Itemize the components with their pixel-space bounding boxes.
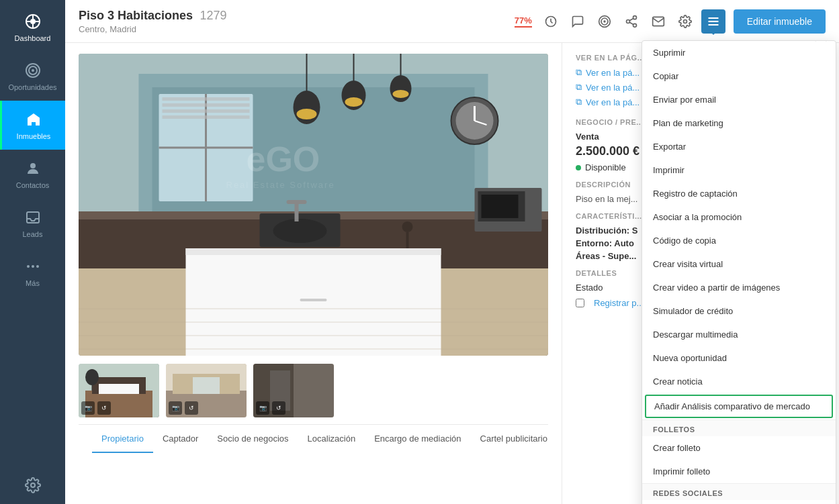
- progress-label: 77%: [515, 15, 532, 28]
- page-link-1-text: Ver en la pá...: [586, 68, 639, 78]
- thumb-rotate-icon: ↺: [97, 401, 111, 415]
- dropdown-section-folletos: FOLLETOS: [642, 419, 836, 436]
- svg-point-55: [273, 219, 327, 243]
- thumb-3-rotate-icon: ↺: [272, 401, 285, 415]
- svg-point-1: [30, 19, 36, 24]
- tab-captador[interactable]: Captador: [153, 425, 208, 453]
- thumb-camera-icon: 📷: [81, 401, 95, 415]
- dropdown-item-crear-visita[interactable]: Crear visita virtual: [642, 252, 836, 276]
- edit-property-button[interactable]: Editar inmueble: [734, 9, 826, 34]
- registrar-link[interactable]: Registrar p...: [594, 298, 644, 308]
- dropdown-item-imprimir-folleto[interactable]: Imprimir folleto: [642, 460, 836, 483]
- sidebar-item-settings[interactable]: [0, 466, 65, 504]
- dropdown-item-descargar[interactable]: Descargar multimedia: [642, 323, 836, 346]
- svg-point-44: [345, 97, 363, 107]
- sidebar-label-dashboard: Dashboard: [15, 34, 51, 42]
- dropdown-item-registro[interactable]: Registro de captación: [642, 182, 836, 205]
- dropdown-item-crear-folleto[interactable]: Crear folleto: [642, 436, 836, 460]
- person-icon: [24, 159, 42, 178]
- svg-point-19: [633, 15, 636, 19]
- topbar-title-section: Piso 3 Habitaciones 1279 Centro, Madrid: [79, 9, 515, 34]
- svg-point-13: [36, 265, 39, 268]
- topbar: Piso 3 Habitaciones 1279 Centro, Madrid …: [65, 0, 839, 43]
- property-location: Centro, Madrid: [79, 24, 515, 34]
- dropdown-item-copiar[interactable]: Copiar: [642, 64, 836, 88]
- svg-point-11: [27, 265, 30, 268]
- tab-cartel[interactable]: Cartel publicitario: [471, 425, 548, 453]
- svg-rect-81: [193, 377, 220, 394]
- svg-rect-75: [99, 384, 139, 394]
- dropdown-item-simulador[interactable]: Simulador de crédito: [642, 299, 836, 323]
- gear-icon: [24, 476, 42, 495]
- svg-point-8: [32, 69, 34, 72]
- svg-point-41: [297, 109, 317, 119]
- svg-point-47: [393, 90, 409, 98]
- svg-rect-38: [163, 115, 250, 119]
- svg-point-21: [633, 23, 636, 27]
- dropdown-item-whatsapp[interactable]: Compartir en WhatsApp: [642, 500, 836, 504]
- tab-propietario[interactable]: Propietario: [92, 425, 153, 453]
- dropdown-item-exportar[interactable]: Exportar: [642, 135, 836, 158]
- dropdown-section-redes: REDES SOCIALES: [642, 483, 836, 500]
- svg-rect-60: [300, 299, 327, 301]
- home-icon: [24, 110, 43, 129]
- dropdown-item-nueva-op[interactable]: Nueva oportunidad: [642, 346, 836, 370]
- entorno-label: Entorno: Auto: [576, 238, 634, 248]
- sidebar-label-contactos: Contactos: [16, 181, 50, 189]
- sidebar-label-leads: Leads: [23, 230, 43, 238]
- svg-point-18: [603, 20, 605, 22]
- email-icon-btn[interactable]: [648, 11, 669, 32]
- thumbnails-row: 📷 ↺ 📷 ↺: [79, 364, 548, 417]
- dropdown-item-imprimir[interactable]: Imprimir: [642, 158, 836, 182]
- dropdown-item-suprimir[interactable]: Suprimir: [642, 41, 836, 64]
- sidebar-item-oportunidades[interactable]: Oportunidades: [0, 52, 65, 101]
- timer-icon-btn[interactable]: [540, 11, 562, 32]
- sidebar-item-contactos[interactable]: Contactos: [0, 150, 65, 199]
- tab-encargo[interactable]: Encargo de mediación: [365, 425, 470, 453]
- chat-icon-btn[interactable]: [567, 11, 588, 32]
- registrar-checkbox[interactable]: [576, 299, 584, 307]
- svg-rect-56: [295, 201, 299, 221]
- dropdown-item-crear-noticia[interactable]: Crear noticia: [642, 370, 836, 393]
- target2-icon-btn[interactable]: [594, 11, 615, 32]
- share-icon-btn[interactable]: [621, 11, 642, 32]
- dots-icon: [24, 257, 42, 276]
- property-id: 1279: [200, 9, 227, 22]
- inbox-icon: [24, 208, 42, 227]
- settings-icon-btn[interactable]: [674, 11, 696, 32]
- tab-socio[interactable]: Socio de negocios: [208, 425, 298, 453]
- svg-point-24: [683, 19, 687, 23]
- dropdown-item-asociar[interactable]: Asociar a la promoción: [642, 205, 836, 229]
- thumb-2-rotate-icon: ↺: [185, 401, 198, 415]
- sidebar-item-dashboard[interactable]: Dashboard: [0, 0, 65, 52]
- left-panel: eGO Real Estate Software: [65, 43, 562, 504]
- sidebar-item-leads[interactable]: Leads: [0, 199, 65, 248]
- tab-localizacion[interactable]: Localización: [298, 425, 365, 453]
- sidebar-item-inmuebles[interactable]: Inmuebles: [0, 101, 65, 150]
- thumb-3-icons: 📷 ↺: [256, 401, 285, 415]
- thumbnail-3[interactable]: 📷 ↺: [253, 364, 334, 417]
- status-dot: [576, 165, 581, 170]
- svg-point-9: [30, 163, 36, 168]
- dropdown-item-codigo[interactable]: Código de copia: [642, 229, 836, 252]
- dashboard-icon: [24, 12, 42, 31]
- page-link-2-text: Ver en la pá...: [586, 83, 639, 93]
- main-property-image[interactable]: eGO Real Estate Software: [79, 54, 548, 356]
- topbar-actions: 77% Editar i: [515, 9, 826, 34]
- dropdown-item-anadir-acm[interactable]: Añadir Análisis comparativo de mercado: [645, 395, 833, 418]
- svg-text:Real Estate Software: Real Estate Software: [226, 180, 335, 190]
- property-title: Piso 3 Habitaciones: [79, 9, 193, 22]
- thumb-1-icons: 📷 ↺: [81, 401, 111, 415]
- svg-rect-57: [287, 200, 307, 204]
- thumbnail-2[interactable]: 📷 ↺: [166, 364, 247, 417]
- thumbnail-1[interactable]: 📷 ↺: [79, 364, 159, 417]
- svg-point-14: [31, 483, 35, 487]
- sidebar-label-mas: Más: [26, 279, 40, 287]
- distribucion-label: Distribución: S: [576, 225, 637, 236]
- more-menu-button[interactable]: [701, 9, 725, 34]
- dropdown-item-plan[interactable]: Plan de marketing: [642, 111, 836, 135]
- sidebar-item-mas[interactable]: Más: [0, 248, 65, 297]
- bottom-tabs: Propietario Captador Socio de negocios L…: [79, 424, 548, 454]
- dropdown-item-crear-video[interactable]: Crear video a partir de imágenes: [642, 276, 836, 299]
- dropdown-item-email[interactable]: Enviar por email: [642, 88, 836, 111]
